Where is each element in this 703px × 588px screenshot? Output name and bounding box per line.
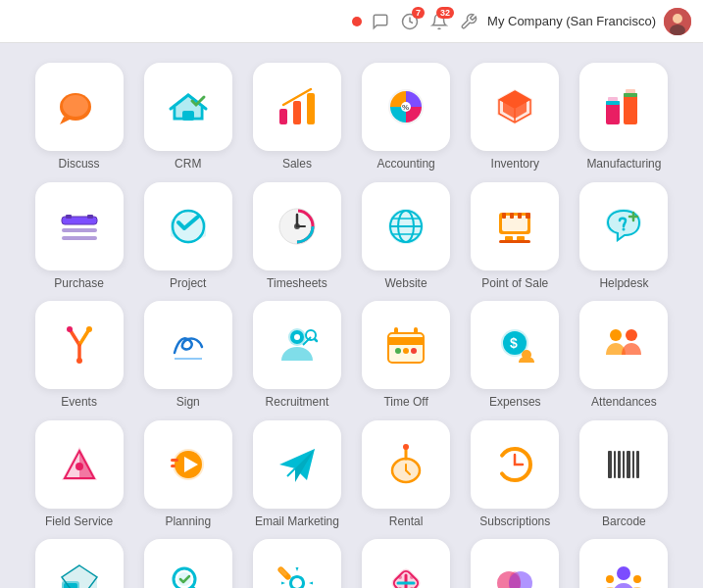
svg-rect-101 [623, 451, 625, 478]
company-name[interactable]: My Company (San Francisco) [487, 14, 656, 28]
app-shopfloor[interactable]: Shop Floor [29, 539, 128, 588]
app-pos[interactable]: Point of Sale [466, 182, 565, 292]
app-manufacturing-label: Manufacturing [586, 157, 661, 172]
app-fieldservice-label: Field Service [45, 514, 113, 530]
app-purchase[interactable]: Purchase [29, 182, 128, 292]
svg-point-81 [626, 329, 637, 341]
app-accounting[interactable]: % Accounting [356, 63, 455, 172]
svg-point-127 [633, 575, 641, 583]
topbar: 7 32 My Company (San Francisco) [0, 0, 703, 43]
svg-rect-90 [171, 465, 176, 467]
app-inventory[interactable]: Inventory [466, 63, 565, 172]
apps-grid: Discuss CRM Sales [0, 43, 703, 588]
svg-rect-98 [608, 451, 612, 478]
svg-point-53 [623, 227, 626, 230]
svg-point-126 [606, 575, 614, 583]
svg-point-74 [403, 348, 409, 354]
app-emailmarketing[interactable]: Email Marketing [247, 420, 346, 530]
app-discuss-label: Discuss [59, 157, 100, 172]
app-attendances-label: Attendances [591, 395, 657, 411]
app-rental[interactable]: Rental [356, 420, 455, 530]
svg-rect-23 [606, 101, 620, 105]
svg-rect-24 [624, 93, 637, 97]
settings-icon[interactable] [458, 11, 479, 32]
activity-icon[interactable]: 7 [399, 11, 421, 32]
svg-point-111 [292, 578, 302, 588]
svg-point-60 [86, 326, 92, 332]
app-quality[interactable]: Quality [138, 539, 237, 588]
app-barcode-label: Barcode [602, 514, 646, 530]
svg-point-94 [403, 444, 409, 450]
app-website-label: Website [385, 276, 427, 292]
svg-rect-9 [293, 101, 301, 124]
svg-rect-48 [499, 240, 530, 243]
svg-point-2 [673, 14, 682, 24]
app-rental-label: Rental [389, 514, 424, 530]
svg-rect-103 [632, 451, 634, 478]
app-sales-label: Sales [282, 157, 312, 172]
app-timeoff[interactable]: Time Off [356, 301, 455, 411]
svg-rect-89 [171, 459, 178, 462]
svg-rect-52 [526, 213, 530, 219]
app-crm-label: CRM [175, 157, 201, 172]
svg-rect-51 [518, 213, 522, 219]
app-accounting-label: Accounting [377, 157, 434, 172]
app-manufacturing[interactable]: Manufacturing [575, 63, 674, 172]
app-emailmarketing-label: Email Marketing [255, 514, 339, 530]
svg-rect-28 [62, 236, 97, 240]
app-website[interactable]: Website [356, 182, 455, 292]
notification-icon[interactable]: 32 [428, 11, 450, 32]
svg-rect-10 [307, 93, 315, 124]
app-events-label: Events [61, 395, 97, 411]
status-dot [352, 17, 362, 26]
app-plm[interactable]: PLM [466, 539, 565, 588]
app-project[interactable]: Project [138, 182, 237, 292]
app-inventory-label: Inventory [491, 157, 539, 172]
svg-text:%: % [402, 103, 409, 112]
app-pos-label: Point of Sale [481, 276, 548, 292]
svg-point-61 [76, 358, 82, 364]
svg-point-119 [410, 575, 414, 579]
svg-rect-102 [627, 451, 630, 478]
app-events[interactable]: Events [29, 301, 128, 411]
app-discuss[interactable]: Discuss [29, 63, 128, 172]
app-maintenance[interactable]: Maintenance [247, 539, 346, 588]
svg-point-75 [411, 348, 417, 354]
app-fieldservice[interactable]: Field Service [29, 420, 128, 530]
user-avatar[interactable] [664, 8, 691, 35]
svg-text:$: $ [510, 335, 518, 351]
app-employees[interactable]: Employees [575, 539, 674, 588]
app-planning[interactable]: Planning [138, 420, 237, 530]
app-timesheets-label: Timesheets [267, 276, 327, 292]
app-sales[interactable]: Sales [247, 63, 346, 172]
svg-point-59 [67, 326, 73, 332]
app-crm[interactable]: CRM [138, 63, 237, 172]
svg-point-73 [395, 348, 401, 354]
svg-rect-29 [66, 215, 72, 219]
app-subscriptions[interactable]: Subscriptions [466, 420, 565, 530]
app-purchase-label: Purchase [54, 276, 104, 292]
app-repairs[interactable]: Repairs [356, 539, 455, 588]
app-sign[interactable]: Sign [138, 301, 237, 411]
svg-rect-100 [618, 451, 621, 478]
svg-point-125 [617, 566, 630, 580]
svg-rect-8 [279, 109, 287, 124]
svg-rect-7 [182, 111, 194, 121]
app-helpdesk[interactable]: Helpdesk [575, 182, 674, 292]
svg-point-85 [75, 463, 83, 470]
svg-rect-99 [614, 451, 616, 478]
app-recruitment[interactable]: Recruitment [247, 301, 346, 411]
svg-point-118 [398, 575, 402, 579]
app-helpdesk-label: Helpdesk [599, 276, 648, 292]
app-attendances[interactable]: Attendances [575, 301, 674, 411]
chat-icon[interactable] [370, 11, 391, 32]
app-expenses[interactable]: $ Expenses [466, 301, 565, 411]
app-barcode[interactable]: Barcode [575, 420, 674, 530]
app-recruitment-label: Recruitment [266, 395, 329, 411]
svg-rect-20 [624, 93, 637, 124]
activity-badge: 7 [412, 7, 425, 19]
app-timesheets[interactable]: Timesheets [247, 182, 346, 292]
app-planning-label: Planning [165, 514, 211, 530]
svg-rect-104 [636, 451, 639, 478]
app-sign-label: Sign [176, 395, 200, 411]
